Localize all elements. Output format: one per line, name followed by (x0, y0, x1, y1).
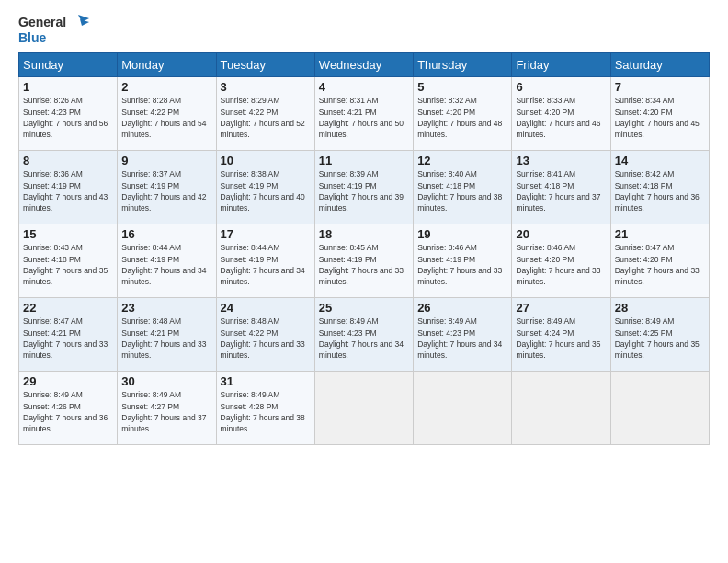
calendar-cell: 5 Sunrise: 8:32 AM Sunset: 4:20 PM Dayli… (414, 77, 512, 151)
calendar-cell: 10 Sunrise: 8:38 AM Sunset: 4:19 PM Dayl… (216, 151, 314, 224)
day-number: 25 (319, 301, 409, 315)
day-number: 4 (319, 80, 409, 94)
calendar-cell: 23 Sunrise: 8:48 AM Sunset: 4:21 PM Dayl… (118, 298, 216, 372)
day-info: Sunrise: 8:39 AM Sunset: 4:19 PM Dayligh… (319, 168, 409, 213)
day-number: 28 (615, 301, 705, 315)
sunset-label: Sunset: 4:22 PM (221, 328, 279, 338)
day-info: Sunrise: 8:32 AM Sunset: 4:20 PM Dayligh… (417, 95, 507, 140)
day-info: Sunrise: 8:49 AM Sunset: 4:24 PM Dayligh… (516, 316, 606, 361)
calendar-cell: 9 Sunrise: 8:37 AM Sunset: 4:19 PM Dayli… (118, 151, 216, 224)
sunset-label: Sunset: 4:20 PM (417, 108, 475, 117)
calendar-week-2: 8 Sunrise: 8:36 AM Sunset: 4:19 PM Dayli… (19, 151, 710, 224)
sunset-label: Sunset: 4:19 PM (221, 181, 279, 190)
sunrise-label: Sunrise: 8:36 AM (23, 169, 83, 178)
sunset-label: Sunset: 4:23 PM (319, 328, 377, 338)
col-wednesday: Wednesday (314, 53, 413, 77)
day-info: Sunrise: 8:28 AM Sunset: 4:22 PM Dayligh… (121, 95, 211, 140)
sunset-label: Sunset: 4:18 PM (516, 181, 574, 190)
day-number: 30 (121, 374, 211, 388)
sunrise-label: Sunrise: 8:26 AM (23, 96, 83, 105)
day-info: Sunrise: 8:37 AM Sunset: 4:19 PM Dayligh… (121, 168, 211, 213)
calendar-cell: 22 Sunrise: 8:47 AM Sunset: 4:21 PM Dayl… (19, 298, 118, 372)
day-info: Sunrise: 8:43 AM Sunset: 4:18 PM Dayligh… (23, 242, 113, 287)
day-number: 21 (615, 227, 705, 241)
day-number: 6 (516, 80, 606, 94)
daylight-label: Daylight: 7 hours and 39 minutes. (319, 192, 404, 213)
col-saturday: Saturday (610, 53, 709, 77)
sunset-label: Sunset: 4:19 PM (417, 255, 475, 264)
calendar-page: General Blue Sunday Monday Tuesday Wedne… (0, 0, 728, 563)
logo-blue: Blue (18, 31, 46, 45)
sunrise-label: Sunrise: 8:37 AM (121, 169, 181, 178)
daylight-label: Daylight: 7 hours and 33 minutes. (319, 266, 404, 286)
col-thursday: Thursday (414, 53, 512, 77)
day-info: Sunrise: 8:49 AM Sunset: 4:25 PM Dayligh… (615, 316, 705, 361)
calendar-cell: 15 Sunrise: 8:43 AM Sunset: 4:18 PM Dayl… (19, 224, 118, 298)
day-number: 27 (516, 301, 606, 315)
sunrise-label: Sunrise: 8:44 AM (121, 243, 181, 252)
daylight-label: Daylight: 7 hours and 33 minutes. (417, 266, 502, 286)
calendar-cell: 29 Sunrise: 8:49 AM Sunset: 4:26 PM Dayl… (19, 372, 118, 445)
day-info: Sunrise: 8:40 AM Sunset: 4:18 PM Dayligh… (417, 168, 507, 213)
sunrise-label: Sunrise: 8:38 AM (221, 169, 280, 178)
col-sunday: Sunday (19, 53, 118, 77)
sunset-label: Sunset: 4:19 PM (319, 181, 377, 190)
sunrise-label: Sunrise: 8:42 AM (615, 169, 675, 178)
day-info: Sunrise: 8:31 AM Sunset: 4:21 PM Dayligh… (319, 95, 409, 140)
daylight-label: Daylight: 7 hours and 33 minutes. (121, 339, 206, 360)
sunset-label: Sunset: 4:18 PM (23, 255, 81, 264)
sunset-label: Sunset: 4:21 PM (319, 108, 377, 117)
sunrise-label: Sunrise: 8:28 AM (121, 96, 181, 105)
sunrise-label: Sunrise: 8:48 AM (121, 316, 181, 326)
daylight-label: Daylight: 7 hours and 35 minutes. (516, 339, 600, 360)
daylight-label: Daylight: 7 hours and 36 minutes. (23, 413, 108, 433)
day-info: Sunrise: 8:49 AM Sunset: 4:23 PM Dayligh… (319, 316, 409, 361)
calendar-cell: 11 Sunrise: 8:39 AM Sunset: 4:19 PM Dayl… (314, 151, 413, 224)
sunset-label: Sunset: 4:20 PM (615, 255, 673, 264)
sunset-label: Sunset: 4:24 PM (516, 328, 574, 338)
day-number: 8 (23, 154, 113, 167)
day-info: Sunrise: 8:47 AM Sunset: 4:21 PM Dayligh… (23, 316, 113, 361)
header: General Blue (18, 15, 710, 45)
day-info: Sunrise: 8:48 AM Sunset: 4:21 PM Dayligh… (121, 316, 211, 361)
header-row: Sunday Monday Tuesday Wednesday Thursday… (19, 53, 710, 77)
day-info: Sunrise: 8:41 AM Sunset: 4:18 PM Dayligh… (516, 168, 606, 213)
day-info: Sunrise: 8:44 AM Sunset: 4:19 PM Dayligh… (121, 242, 211, 287)
daylight-label: Daylight: 7 hours and 45 minutes. (615, 119, 700, 139)
day-number: 9 (121, 154, 211, 167)
day-info: Sunrise: 8:46 AM Sunset: 4:19 PM Dayligh… (417, 242, 507, 287)
sunrise-label: Sunrise: 8:49 AM (23, 390, 83, 399)
daylight-label: Daylight: 7 hours and 33 minutes. (23, 339, 108, 360)
sunset-label: Sunset: 4:21 PM (121, 328, 179, 338)
day-number: 16 (121, 227, 211, 241)
day-number: 10 (221, 154, 311, 167)
day-number: 5 (417, 80, 507, 94)
calendar-cell: 1 Sunrise: 8:26 AM Sunset: 4:23 PM Dayli… (19, 77, 118, 151)
sunset-label: Sunset: 4:27 PM (121, 402, 179, 411)
sunrise-label: Sunrise: 8:49 AM (221, 390, 280, 399)
calendar-cell: 25 Sunrise: 8:49 AM Sunset: 4:23 PM Dayl… (314, 298, 413, 372)
sunrise-label: Sunrise: 8:44 AM (221, 243, 280, 252)
day-number: 7 (615, 80, 705, 94)
calendar-week-5: 29 Sunrise: 8:49 AM Sunset: 4:26 PM Dayl… (19, 372, 710, 445)
daylight-label: Daylight: 7 hours and 43 minutes. (23, 192, 108, 213)
calendar-week-1: 1 Sunrise: 8:26 AM Sunset: 4:23 PM Dayli… (19, 77, 710, 151)
day-info: Sunrise: 8:49 AM Sunset: 4:26 PM Dayligh… (23, 389, 113, 434)
sunset-label: Sunset: 4:21 PM (23, 328, 81, 338)
calendar-cell: 4 Sunrise: 8:31 AM Sunset: 4:21 PM Dayli… (314, 77, 413, 151)
day-number: 1 (23, 80, 113, 94)
daylight-label: Daylight: 7 hours and 48 minutes. (417, 119, 502, 139)
sunrise-label: Sunrise: 8:49 AM (319, 316, 379, 326)
logo: General Blue (18, 15, 89, 45)
calendar-cell: 8 Sunrise: 8:36 AM Sunset: 4:19 PM Dayli… (19, 151, 118, 224)
day-number: 11 (319, 154, 409, 167)
day-info: Sunrise: 8:48 AM Sunset: 4:22 PM Dayligh… (221, 316, 311, 361)
calendar-cell: 14 Sunrise: 8:42 AM Sunset: 4:18 PM Dayl… (610, 151, 709, 224)
day-info: Sunrise: 8:49 AM Sunset: 4:23 PM Dayligh… (417, 316, 507, 361)
sunrise-label: Sunrise: 8:32 AM (417, 96, 477, 105)
sunrise-label: Sunrise: 8:29 AM (221, 96, 280, 105)
calendar-cell: 3 Sunrise: 8:29 AM Sunset: 4:22 PM Dayli… (216, 77, 314, 151)
day-info: Sunrise: 8:26 AM Sunset: 4:23 PM Dayligh… (23, 95, 113, 140)
sunrise-label: Sunrise: 8:49 AM (121, 390, 181, 399)
calendar-cell (512, 372, 610, 445)
